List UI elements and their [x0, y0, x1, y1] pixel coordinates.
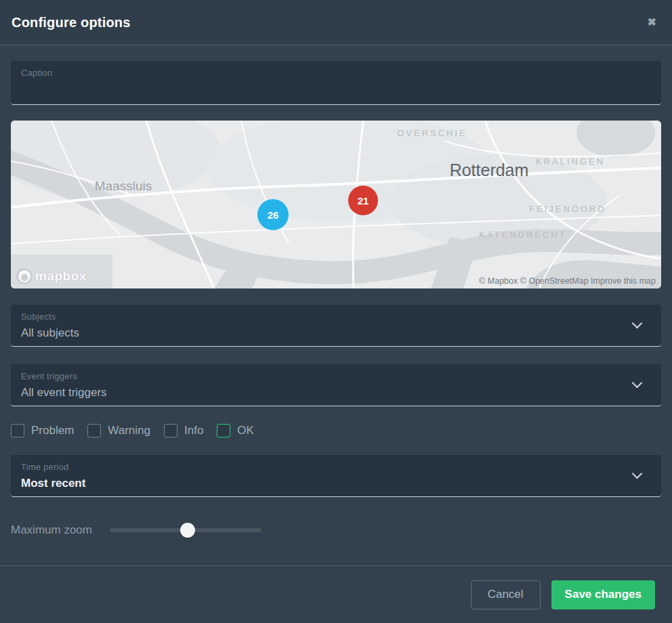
dialog-header: Configure options ✖	[0, 0, 672, 45]
mapbox-logo-text: mapbox	[35, 269, 87, 284]
caption-input[interactable]	[21, 81, 651, 95]
dialog-title: Configure options	[12, 15, 131, 30]
time-period-select[interactable]: Time period Most recent	[11, 455, 661, 497]
subjects-label: Subjects	[21, 312, 651, 322]
checkbox-ok[interactable]: OK	[217, 424, 254, 437]
maximum-zoom-row: Maximum zoom	[11, 522, 661, 538]
configure-options-dialog: Configure options ✖ Caption	[0, 0, 672, 623]
checkbox-problem-label[interactable]: Problem	[31, 424, 74, 437]
caption-field[interactable]: Caption	[11, 61, 661, 105]
checkbox-problem-box[interactable]	[11, 424, 24, 437]
maximum-zoom-slider[interactable]	[110, 528, 261, 532]
checkbox-ok-label[interactable]: OK	[237, 424, 254, 437]
checkbox-info-box[interactable]	[164, 424, 177, 437]
event-triggers-value: All event triggers	[21, 386, 651, 400]
map-tiles	[11, 121, 661, 288]
map-cluster-marker-blue[interactable]: 26	[257, 199, 289, 230]
checkbox-warning[interactable]: Warning	[87, 424, 150, 437]
slider-thumb[interactable]	[180, 523, 195, 538]
mapbox-logo[interactable]: ◉ mapbox	[16, 268, 87, 284]
maximum-zoom-label: Maximum zoom	[11, 523, 110, 537]
time-period-label: Time period	[21, 462, 651, 472]
checkbox-warning-box[interactable]	[87, 424, 101, 437]
severity-checkbox-row: Problem Warning Info OK	[11, 423, 661, 438]
map-attribution-link[interactable]: © Mapbox © OpenStreetMap Improve this ma…	[479, 276, 656, 286]
checkbox-info[interactable]: Info	[164, 424, 203, 437]
dialog-body: Caption	[0, 45, 672, 538]
checkbox-problem[interactable]: Problem	[11, 424, 74, 437]
dialog-footer: Cancel Save changes	[0, 565, 672, 623]
subjects-select[interactable]: Subjects All subjects	[11, 305, 661, 347]
checkbox-ok-box[interactable]	[217, 424, 230, 437]
caption-label: Caption	[21, 68, 651, 78]
time-period-value: Most recent	[21, 477, 651, 490]
save-changes-button[interactable]: Save changes	[551, 580, 655, 609]
cancel-button[interactable]: Cancel	[471, 580, 541, 609]
mapbox-logo-icon: ◉	[16, 268, 33, 284]
checkbox-warning-label[interactable]: Warning	[108, 424, 150, 437]
checkbox-info-label[interactable]: Info	[184, 424, 203, 437]
event-triggers-select[interactable]: Event triggers All event triggers	[11, 364, 661, 406]
map-preview[interactable]: OVERSCHIE Rotterdam KRALINGEN Maassluis …	[11, 121, 661, 288]
subjects-value: All subjects	[21, 326, 651, 340]
close-icon[interactable]: ✖	[644, 13, 660, 32]
event-triggers-label: Event triggers	[21, 371, 651, 381]
map-cluster-marker-red[interactable]: 21	[348, 186, 378, 215]
